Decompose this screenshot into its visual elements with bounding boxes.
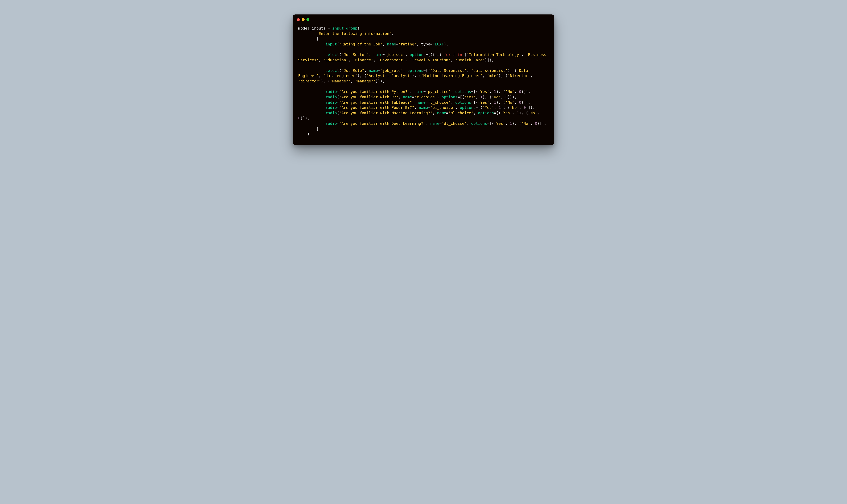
sep: ), ( — [321, 79, 330, 83]
string: 'job_role' — [380, 68, 403, 73]
comma: , — [501, 95, 505, 99]
string: "Are you familiar with Tableau?" — [339, 100, 412, 105]
comma: , — [437, 95, 442, 99]
bracket: [( — [426, 68, 430, 73]
string: 'Yes' — [494, 121, 505, 126]
sep: ), ( — [483, 95, 492, 99]
string: 'Yes' — [501, 111, 512, 115]
string: 'Travel & Tourism' — [410, 58, 451, 62]
eq: = — [423, 68, 426, 73]
string: 'dl_choice' — [442, 121, 467, 126]
kwarg: options — [471, 121, 487, 126]
string: 'Director' — [508, 74, 531, 78]
eq-bracket: =[( — [471, 100, 478, 105]
indent — [298, 31, 316, 36]
sep: ), ( — [519, 111, 528, 115]
indent — [298, 95, 326, 99]
paren: ( — [357, 26, 360, 30]
kwarg: name — [416, 100, 426, 105]
string: 'No' — [505, 100, 515, 105]
comma: , — [348, 58, 353, 62]
zoom-icon[interactable] — [307, 18, 309, 21]
sep: ), ( — [496, 100, 505, 105]
fn-radio: radio — [326, 100, 337, 105]
eq-bracket: =[( — [476, 105, 483, 110]
indent — [298, 42, 326, 46]
string: "Are you familiar with Deep Learning?" — [339, 121, 426, 126]
code-block: model_inputs = input_group( "Enter the f… — [298, 25, 549, 137]
indent — [298, 89, 326, 94]
fn-radio: radio — [326, 111, 337, 115]
close: )]), — [526, 105, 535, 110]
eq-bracket: =[( — [487, 121, 494, 126]
string: 'Education' — [323, 58, 348, 62]
var-i: i — [451, 52, 457, 57]
number: 1 — [494, 89, 496, 94]
comma: , — [537, 111, 542, 115]
eq: = — [426, 100, 428, 105]
number: 0 — [519, 100, 521, 105]
string: 'Information Technology' — [467, 52, 521, 57]
comma: , — [364, 68, 369, 73]
fn-select: select — [326, 68, 339, 73]
comma: , — [473, 111, 478, 115]
fn-radio: radio — [326, 89, 337, 94]
sep: ), ( — [412, 74, 421, 78]
string: 'r_choice' — [414, 95, 437, 99]
close: )]), — [300, 116, 310, 120]
number: 1 — [499, 105, 501, 110]
comma: , — [476, 95, 480, 99]
fn-select: select — [326, 52, 339, 57]
comma: , — [426, 121, 430, 126]
comma: , — [319, 58, 323, 62]
close: )]), — [537, 121, 546, 126]
string: 'analyst' — [392, 74, 412, 78]
tuple: (i,i) — [430, 52, 444, 57]
sep: ), ( — [501, 105, 510, 110]
comma: , — [505, 121, 510, 126]
number: 1 — [510, 121, 512, 126]
comma: , — [451, 100, 455, 105]
fn-input: input — [326, 42, 337, 46]
string: 'Yes' — [483, 105, 494, 110]
eq: = — [423, 89, 426, 94]
comma: , — [512, 111, 517, 115]
eq: = — [382, 52, 385, 57]
comma: , — [483, 74, 487, 78]
comma: , — [515, 89, 519, 94]
sep: ), ( — [508, 68, 517, 73]
close: ]), — [378, 79, 385, 83]
comma: , — [467, 68, 471, 73]
string: "Job Role" — [341, 68, 364, 73]
string: "Are you familiar with R?" — [339, 95, 398, 99]
comma: , — [387, 74, 392, 78]
code-window: model_inputs = input_group( "Enter the f… — [293, 15, 554, 145]
indent — [298, 52, 326, 57]
comma: , — [403, 68, 408, 73]
string: "Enter the following information" — [316, 31, 392, 36]
comma: , — [521, 52, 526, 57]
kwarg: name — [430, 121, 439, 126]
bracket-close: ] — [316, 127, 319, 131]
kwarg: options — [410, 52, 426, 57]
eq: = — [396, 42, 398, 46]
string: 'Finance' — [353, 58, 373, 62]
minimize-icon[interactable] — [302, 18, 305, 21]
paren: ( — [339, 68, 341, 73]
eq: = — [378, 68, 380, 73]
comma: , — [416, 42, 421, 46]
string: "Are you familiar with Python?" — [339, 89, 410, 94]
comma: , — [519, 105, 523, 110]
sep: ), ( — [357, 74, 366, 78]
string: 'No' — [505, 89, 515, 94]
paren: ( — [337, 100, 339, 105]
string: 'job_sec' — [385, 52, 405, 57]
string: 'rating' — [398, 42, 416, 46]
close-icon[interactable] — [297, 18, 300, 21]
string: 'Analyst' — [366, 74, 387, 78]
paren: ( — [337, 105, 339, 110]
eq: = — [412, 95, 414, 99]
number: 0 — [535, 121, 537, 126]
eq: = — [428, 105, 430, 110]
string: 'Yes' — [478, 89, 489, 94]
